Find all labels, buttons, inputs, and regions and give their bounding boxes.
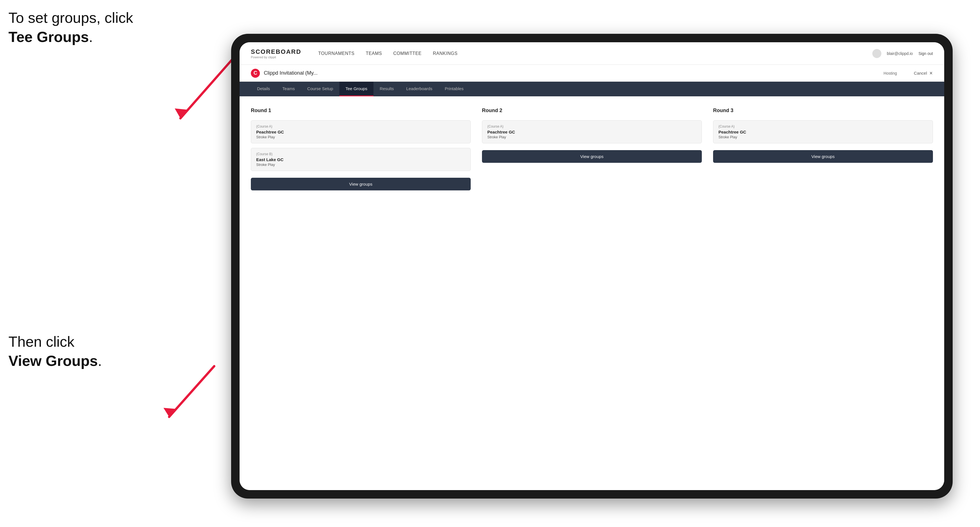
arrow-bottom-icon bbox=[152, 364, 231, 425]
round-1-column: Round 1 (Course A) Peachtree GC Stroke P… bbox=[251, 108, 471, 190]
round-2-column: Round 2 (Course A) Peachtree GC Stroke P… bbox=[482, 108, 702, 190]
nav-links: TOURNAMENTS TEAMS COMMITTEE RANKINGS bbox=[318, 51, 872, 56]
tournament-name: Clippd Invitational (My... bbox=[264, 70, 884, 76]
tab-tee-groups[interactable]: Tee Groups bbox=[339, 82, 374, 96]
round-1-view-groups-button[interactable]: View groups bbox=[251, 178, 471, 190]
round-1-course-a-format: Stroke Play bbox=[256, 135, 465, 139]
tablet-screen: SCOREBOARD Powered by clippit TOURNAMENT… bbox=[240, 42, 944, 490]
round-1-course-a-card: (Course A) Peachtree GC Stroke Play bbox=[251, 120, 471, 143]
user-avatar bbox=[872, 49, 881, 58]
tab-course-setup[interactable]: Course Setup bbox=[301, 82, 339, 96]
svg-marker-3 bbox=[164, 408, 177, 417]
round-1-course-b-card: (Course B) East Lake GC Stroke Play bbox=[251, 148, 471, 171]
logo-scoreboard: SCOREBOARD bbox=[251, 48, 301, 55]
round-1-course-b-label: (Course B) bbox=[256, 152, 465, 156]
round-3-column: Round 3 (Course A) Peachtree GC Stroke P… bbox=[713, 108, 933, 190]
round-1-course-b-name: East Lake GC bbox=[256, 157, 465, 162]
sign-out-link[interactable]: Sign out bbox=[918, 51, 933, 56]
tab-leaderboards[interactable]: Leaderboards bbox=[400, 82, 439, 96]
nav-teams[interactable]: TEAMS bbox=[366, 51, 382, 56]
round-3-course-a-card: (Course A) Peachtree GC Stroke Play bbox=[713, 120, 933, 143]
instruction-top-line1: To set groups, click bbox=[8, 8, 133, 28]
tournament-hosting: Hosting bbox=[884, 71, 897, 76]
tab-teams[interactable]: Teams bbox=[276, 82, 301, 96]
svg-marker-1 bbox=[175, 108, 189, 118]
logo-sub: Powered by clippit bbox=[251, 56, 301, 59]
round-3-course-a-label: (Course A) bbox=[718, 124, 928, 129]
round-2-course-a-format: Stroke Play bbox=[487, 135, 697, 139]
round-3-title: Round 3 bbox=[713, 108, 933, 114]
nav-rankings[interactable]: RANKINGS bbox=[433, 51, 458, 56]
round-2-view-groups-button[interactable]: View groups bbox=[482, 150, 702, 163]
round-3-course-a-format: Stroke Play bbox=[718, 135, 928, 139]
tab-results[interactable]: Results bbox=[374, 82, 400, 96]
round-1-title: Round 1 bbox=[251, 108, 471, 114]
rounds-grid: Round 1 (Course A) Peachtree GC Stroke P… bbox=[251, 108, 933, 190]
tournament-bar: C Clippd Invitational (My... Hosting Can… bbox=[240, 65, 944, 82]
tab-details[interactable]: Details bbox=[251, 82, 276, 96]
main-content: Round 1 (Course A) Peachtree GC Stroke P… bbox=[240, 96, 944, 490]
round-2-title: Round 2 bbox=[482, 108, 702, 114]
instruction-top: To set groups, click Tee Groups. bbox=[8, 8, 133, 46]
instruction-bottom-bold: View Groups bbox=[8, 352, 98, 369]
round-1-course-a-label: (Course A) bbox=[256, 124, 465, 129]
instruction-top-line2: Tee Groups. bbox=[8, 28, 133, 47]
tablet-frame: SCOREBOARD Powered by clippit TOURNAMENT… bbox=[231, 34, 953, 498]
round-2-course-a-name: Peachtree GC bbox=[487, 130, 697, 134]
cancel-button[interactable]: Cancel ✕ bbox=[914, 71, 933, 76]
instruction-bottom-line2: View Groups. bbox=[8, 351, 102, 371]
round-2-course-a-card: (Course A) Peachtree GC Stroke Play bbox=[482, 120, 702, 143]
round-1-course-a-name: Peachtree GC bbox=[256, 130, 465, 134]
nav-tournaments[interactable]: TOURNAMENTS bbox=[318, 51, 355, 56]
logo-text: SCOREBOARD bbox=[251, 48, 301, 56]
tab-printables[interactable]: Printables bbox=[439, 82, 470, 96]
user-email: blair@clippd.io bbox=[887, 51, 913, 56]
instruction-top-bold: Tee Groups bbox=[8, 29, 89, 45]
instruction-bottom-line1: Then click bbox=[8, 332, 102, 351]
nav-right: blair@clippd.io Sign out bbox=[872, 49, 933, 58]
round-1-course-b-format: Stroke Play bbox=[256, 162, 465, 167]
round-3-view-groups-button[interactable]: View groups bbox=[713, 150, 933, 163]
top-nav: SCOREBOARD Powered by clippit TOURNAMENT… bbox=[240, 42, 944, 65]
instruction-bottom: Then click View Groups. bbox=[8, 332, 102, 370]
nav-committee[interactable]: COMMITTEE bbox=[393, 51, 422, 56]
logo-area: SCOREBOARD Powered by clippit bbox=[251, 48, 301, 59]
cancel-x-icon: ✕ bbox=[929, 71, 933, 76]
tab-bar: Details Teams Course Setup Tee Groups Re… bbox=[240, 82, 944, 96]
round-2-course-a-label: (Course A) bbox=[487, 124, 697, 129]
round-3-course-a-name: Peachtree GC bbox=[718, 130, 928, 134]
tournament-logo: C bbox=[251, 69, 260, 78]
